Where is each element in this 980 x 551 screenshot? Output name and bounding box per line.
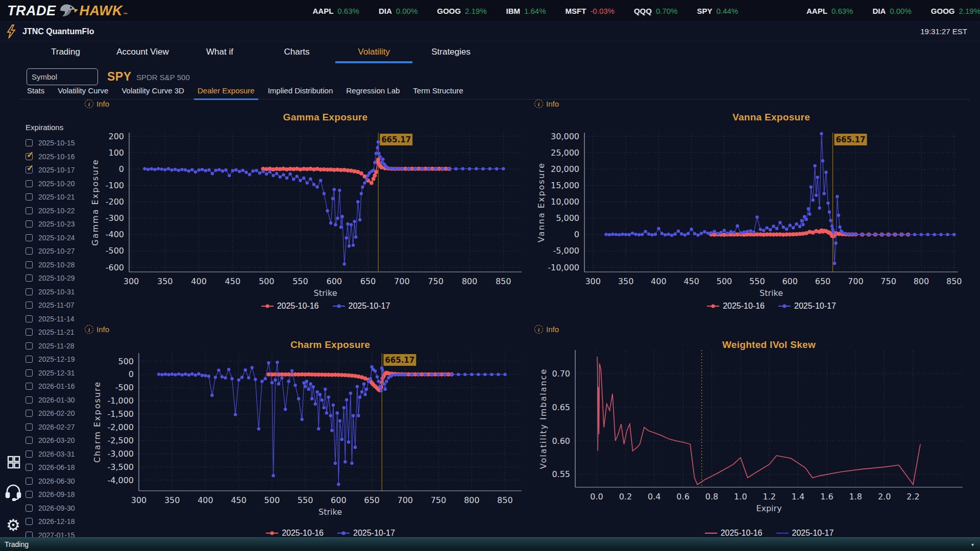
ticker-quote-dia-2[interactable]: DIA0.00% xyxy=(872,7,911,15)
checkmark-icon: ✓ xyxy=(27,149,34,160)
expiration-checkbox[interactable] xyxy=(26,180,33,187)
headset-support-icon[interactable] xyxy=(5,484,21,503)
info-button[interactable]: iInfo xyxy=(85,99,109,108)
expiration-checkbox[interactable] xyxy=(26,139,33,146)
ivol-skew-chart[interactable]: 0.700.650.600.550.00.20.40.60.81.01.21.4… xyxy=(531,324,980,541)
sub-tab-stats[interactable]: Stats xyxy=(20,83,51,99)
info-button[interactable]: iInfo xyxy=(534,99,559,108)
nav-tab-what-if[interactable]: What if xyxy=(181,41,258,62)
expiration-date: 2026-01-30 xyxy=(38,396,75,404)
status-bar: Trading ▾ xyxy=(0,537,980,551)
layout-grid-icon[interactable] xyxy=(7,456,20,471)
svg-text:300: 300 xyxy=(585,277,601,286)
ticker-quote-aapl[interactable]: AAPL0.63% xyxy=(313,7,359,15)
info-button[interactable]: iInfo xyxy=(85,325,109,334)
status-caret-icon[interactable]: ▾ xyxy=(971,542,974,547)
svg-text:1.4: 1.4 xyxy=(792,492,804,502)
expiration-date: 2026-06-18 xyxy=(38,463,75,471)
expiration-checkbox[interactable] xyxy=(26,478,33,485)
expiration-checkbox[interactable] xyxy=(26,410,33,417)
legend-label: 2025-10-16 xyxy=(277,302,319,311)
expiration-checkbox[interactable] xyxy=(26,518,33,525)
expiration-checkbox[interactable] xyxy=(26,491,33,498)
expiration-checkbox[interactable] xyxy=(26,274,33,282)
sub-tab-term-structure[interactable]: Term Structure xyxy=(406,83,470,99)
ivol-skew-panel: 0.700.650.600.550.00.20.40.60.81.01.21.4… xyxy=(531,324,980,541)
app-title: JTNC QuantumFlo xyxy=(22,27,94,36)
svg-text:Expiry: Expiry xyxy=(756,504,781,513)
legend-item-2025-10-16[interactable]: 2025-10-16 xyxy=(261,302,319,311)
ticker-quote-dia[interactable]: DIA0.00% xyxy=(379,7,418,15)
expiration-checkbox[interactable] xyxy=(26,207,33,214)
svg-text:-300: -300 xyxy=(106,213,124,223)
ticker-quote-goog[interactable]: GOOG2.19% xyxy=(437,7,486,15)
legend-item-2025-10-17[interactable]: 2025-10-17 xyxy=(778,302,836,311)
info-button[interactable]: iInfo xyxy=(534,325,559,334)
gamma-exposure-chart[interactable]: 2001000-100-200-300-400-500-600300350400… xyxy=(82,99,546,319)
ticker-quotes: AAPL0.63%DIA0.00%GOOG2.19%IBM1.64%MSFT-0… xyxy=(313,7,980,15)
legend-item-2025-10-16[interactable]: 2025-10-16 xyxy=(706,302,765,311)
expiration-date: 2025-10-16 xyxy=(38,153,75,161)
sub-tab-regression-lab[interactable]: Regression Lab xyxy=(339,83,406,99)
legend-item-2025-10-17[interactable]: 2025-10-17 xyxy=(337,529,395,538)
expiration-checkbox[interactable] xyxy=(26,505,33,512)
legend-item-2025-10-16[interactable]: 2025-10-16 xyxy=(704,529,763,538)
info-icon: i xyxy=(534,99,543,108)
quote-change: 0.44% xyxy=(716,7,738,15)
svg-text:-1,000: -1,000 xyxy=(107,396,134,406)
expiration-checkbox[interactable] xyxy=(26,437,33,444)
sub-tab-volatility-curve-3d[interactable]: Volatility Curve 3D xyxy=(115,83,191,99)
nav-tab-trading[interactable]: Trading xyxy=(27,41,104,62)
legend-item-2025-10-17[interactable]: 2025-10-17 xyxy=(776,529,834,538)
expiration-date: 2025-11-28 xyxy=(38,342,75,350)
expiration-checkbox[interactable] xyxy=(26,247,33,255)
vanna-exposure-chart[interactable]: 30,00025,00020,00015,00010,0005,0000-5,0… xyxy=(531,99,980,319)
nav-tab-volatility[interactable]: Volatility xyxy=(335,41,412,62)
legend-label: 2025-10-17 xyxy=(794,302,836,311)
ticker-quote-goog-2[interactable]: GOOG2.19% xyxy=(931,7,980,15)
expiration-checkbox[interactable]: ✓ xyxy=(26,166,33,173)
expiration-checkbox[interactable] xyxy=(26,193,33,201)
quote-change: 0.63% xyxy=(831,7,853,15)
nav-tab-strategies[interactable]: Strategies xyxy=(412,41,489,62)
expiration-checkbox[interactable] xyxy=(26,369,33,377)
expiration-checkbox[interactable]: ✓ xyxy=(26,153,33,160)
expiration-checkbox[interactable] xyxy=(26,288,33,295)
nav-tab-account-view[interactable]: Account View xyxy=(104,41,181,62)
ticker-quote-msft[interactable]: MSFT-0.03% xyxy=(566,7,615,15)
sub-tab-volatility-curve[interactable]: Volatility Curve xyxy=(51,83,115,99)
nav-tab-charts[interactable]: Charts xyxy=(258,41,335,62)
expiration-date: 2025-11-07 xyxy=(38,301,75,309)
expiration-checkbox[interactable] xyxy=(26,220,33,228)
expiration-checkbox[interactable] xyxy=(26,464,33,471)
svg-text:Charm Exposure: Charm Exposure xyxy=(92,381,102,463)
expiration-date: 2025-10-24 xyxy=(38,234,75,242)
expiration-checkbox[interactable] xyxy=(26,423,33,431)
ticker-bar: TRADE HAWK ™ AAPL0.63%DIA0.00%GOOG2.19%I… xyxy=(0,0,980,22)
expiration-checkbox[interactable] xyxy=(26,383,33,390)
ticker-quote-spy[interactable]: SPY0.44% xyxy=(697,7,738,15)
sub-tab-dealer-exposure[interactable]: Dealer Exposure xyxy=(191,83,261,99)
expiration-checkbox[interactable] xyxy=(26,234,33,241)
expiration-date: 2026-12-18 xyxy=(38,517,75,525)
svg-text:300: 300 xyxy=(131,495,147,505)
expiration-checkbox[interactable] xyxy=(26,315,33,322)
legend-item-2025-10-16[interactable]: 2025-10-16 xyxy=(265,529,324,538)
svg-text:600: 600 xyxy=(326,277,342,286)
expiration-checkbox[interactable] xyxy=(26,396,33,404)
ticker-quote-ibm[interactable]: IBM1.64% xyxy=(506,7,546,15)
expiration-checkbox[interactable] xyxy=(26,342,33,349)
expiration-checkbox[interactable] xyxy=(26,261,33,268)
settings-gear-icon[interactable]: ⚙ xyxy=(6,517,20,533)
expiration-checkbox[interactable] xyxy=(26,450,33,458)
expiration-checkbox[interactable] xyxy=(26,329,33,336)
legend-item-2025-10-17[interactable]: 2025-10-17 xyxy=(332,302,390,311)
ticker-quote-aapl-2[interactable]: AAPL0.63% xyxy=(806,7,853,15)
expiration-checkbox[interactable] xyxy=(26,302,33,309)
chart-title: Weighted IVol Skew xyxy=(575,339,963,350)
quote-change: 0.70% xyxy=(656,7,678,15)
sub-tab-implied-distribution[interactable]: Implied Distribution xyxy=(261,83,340,99)
charm-exposure-chart[interactable]: 5000-500-1,000-1,500-2,000-2,500-3,000-3… xyxy=(82,324,546,541)
ticker-quote-qqq[interactable]: QQQ0.70% xyxy=(634,7,678,15)
expiration-checkbox[interactable] xyxy=(26,356,33,363)
